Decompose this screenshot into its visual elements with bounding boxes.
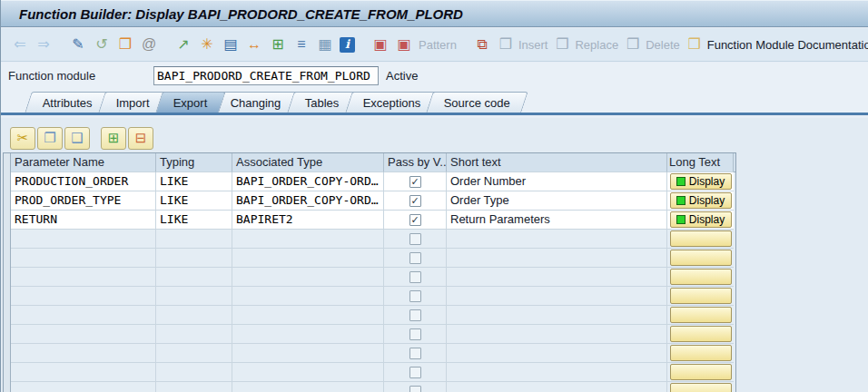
parameter-name-cell[interactable] (11, 382, 156, 392)
copy-rows-button[interactable]: ❐ (37, 127, 63, 150)
parameter-name-cell[interactable] (11, 325, 156, 344)
parameter-name-cell[interactable]: PRODUCTION_ORDER (11, 172, 156, 191)
typing-cell[interactable] (156, 268, 232, 287)
table-view-icon[interactable]: ▦ (313, 34, 337, 54)
associated-type-cell[interactable] (232, 325, 384, 344)
typing-cell[interactable] (156, 287, 232, 306)
where-used-icon[interactable]: ↗ (172, 34, 195, 54)
short-text-cell[interactable] (447, 344, 667, 363)
pass-by-value-checkbox[interactable] (409, 233, 421, 245)
column-header-parameter[interactable]: Parameter Name (11, 153, 156, 172)
column-header-typing[interactable]: Typing (156, 153, 232, 172)
associated-type-cell[interactable] (232, 306, 384, 325)
typing-cell[interactable] (156, 230, 232, 249)
paste-rows-button[interactable]: ❑ (64, 127, 90, 150)
table-selection-strip[interactable] (4, 153, 11, 392)
typing-cell[interactable] (156, 249, 232, 268)
associated-type-cell[interactable] (232, 230, 384, 249)
parameter-name-cell[interactable] (11, 344, 156, 363)
info-icon[interactable]: i (337, 35, 358, 54)
associated-type-cell[interactable] (232, 363, 384, 382)
short-text-cell[interactable] (447, 382, 667, 392)
parameter-name-cell[interactable] (11, 249, 156, 268)
tab-exceptions[interactable]: Exceptions (345, 92, 439, 113)
cut-button[interactable]: ✂ (10, 127, 35, 150)
typing-cell[interactable]: LIKE (156, 211, 232, 230)
parameter-name-cell[interactable]: PROD_ORDER_TYPE (11, 191, 156, 211)
delete-row-button[interactable]: ⊟ (128, 127, 153, 150)
long-text-display-button[interactable]: Display (670, 211, 732, 228)
pass-by-value-checkbox[interactable] (409, 309, 421, 321)
associated-type-cell[interactable] (232, 249, 384, 268)
column-header-short[interactable]: Short text (447, 153, 667, 172)
tab-changing[interactable]: Changing (213, 92, 300, 113)
test-icon[interactable]: ▤ (219, 34, 242, 54)
insert-row-button[interactable]: ⊞ (101, 127, 126, 150)
refresh-icon[interactable]: ↺ (90, 34, 113, 54)
short-text-cell[interactable]: Return Parameters (447, 211, 667, 230)
associated-type-cell[interactable] (232, 287, 384, 306)
associated-type-cell[interactable]: BAPIRET2 (232, 211, 384, 230)
typing-cell[interactable] (156, 382, 232, 392)
short-text-cell[interactable] (447, 325, 667, 344)
typing-cell[interactable]: LIKE (156, 172, 232, 191)
long-text-display-button[interactable] (670, 345, 732, 361)
typing-cell[interactable] (156, 325, 232, 344)
short-text-cell[interactable] (447, 230, 667, 249)
pass-by-value-checkbox[interactable]: ✓ (409, 176, 421, 188)
associated-type-cell[interactable] (232, 382, 384, 392)
parameter-name-cell[interactable] (11, 230, 156, 249)
parameter-name-cell[interactable] (11, 287, 156, 306)
parameter-name-cell[interactable] (11, 268, 156, 287)
associated-type-cell[interactable] (232, 344, 384, 363)
hierarchy-icon[interactable]: ⊞ (266, 34, 290, 54)
typing-cell[interactable]: LIKE (156, 191, 232, 211)
performance-trace-icon[interactable]: ▣ (392, 34, 416, 54)
pass-by-value-checkbox[interactable] (409, 252, 421, 264)
move-icon[interactable]: ↔ (242, 34, 266, 54)
parameter-name-cell[interactable] (11, 363, 156, 382)
typing-cell[interactable] (156, 306, 232, 325)
back-icon[interactable]: ⇐ (8, 34, 32, 54)
short-text-cell[interactable] (447, 306, 667, 325)
activate-icon[interactable]: ✳ (195, 34, 219, 54)
parameter-name-cell[interactable]: RETURN (11, 211, 156, 230)
sort-icon[interactable]: ≡ (290, 34, 313, 54)
forward-icon[interactable]: ⇒ (32, 34, 55, 54)
long-text-display-button[interactable] (670, 383, 732, 392)
pass-by-value-checkbox[interactable] (409, 271, 421, 283)
associated-type-cell[interactable]: BAPI_ORDER_COPY-ORD… (232, 191, 384, 211)
short-text-cell[interactable] (447, 249, 667, 268)
runtime-analysis-icon[interactable]: ▣ (369, 34, 392, 54)
tab-export[interactable]: Export (155, 92, 225, 113)
parameter-name-cell[interactable] (11, 306, 156, 325)
pass-by-value-checkbox[interactable]: ✓ (409, 195, 421, 207)
long-text-display-button[interactable] (670, 364, 732, 380)
pass-by-value-checkbox[interactable] (409, 367, 421, 378)
long-text-display-button[interactable] (670, 288, 732, 304)
long-text-display-button[interactable]: Display (670, 192, 732, 209)
long-text-display-button[interactable] (670, 326, 732, 342)
tab-source-code[interactable]: Source code (426, 92, 528, 113)
typing-cell[interactable] (156, 344, 232, 363)
tab-attributes[interactable]: Attributes (25, 92, 110, 113)
associated-type-cell[interactable]: BAPI_ORDER_COPY-ORD… (232, 172, 384, 191)
long-text-display-button[interactable] (670, 307, 732, 323)
short-text-cell[interactable] (447, 287, 667, 306)
short-text-cell[interactable] (447, 268, 667, 287)
typing-cell[interactable] (156, 363, 232, 382)
function-module-input[interactable] (153, 66, 379, 85)
pass-by-value-checkbox[interactable] (409, 290, 421, 302)
pass-by-value-checkbox[interactable] (409, 386, 421, 392)
pass-by-value-checkbox[interactable] (409, 348, 421, 359)
long-text-display-button[interactable] (670, 269, 732, 285)
long-text-display-button[interactable]: Display (670, 173, 732, 190)
compare-icon[interactable]: ⧉ (470, 34, 494, 54)
pass-by-value-checkbox[interactable] (409, 328, 421, 340)
copy-icon[interactable]: ❐ (113, 34, 137, 54)
short-text-cell[interactable] (447, 363, 667, 382)
column-header-long[interactable]: Long Text (667, 153, 734, 172)
long-text-display-button[interactable] (670, 230, 732, 247)
display-change-icon[interactable]: ✎ (66, 34, 90, 54)
spiral-icon[interactable]: @ (137, 34, 161, 54)
